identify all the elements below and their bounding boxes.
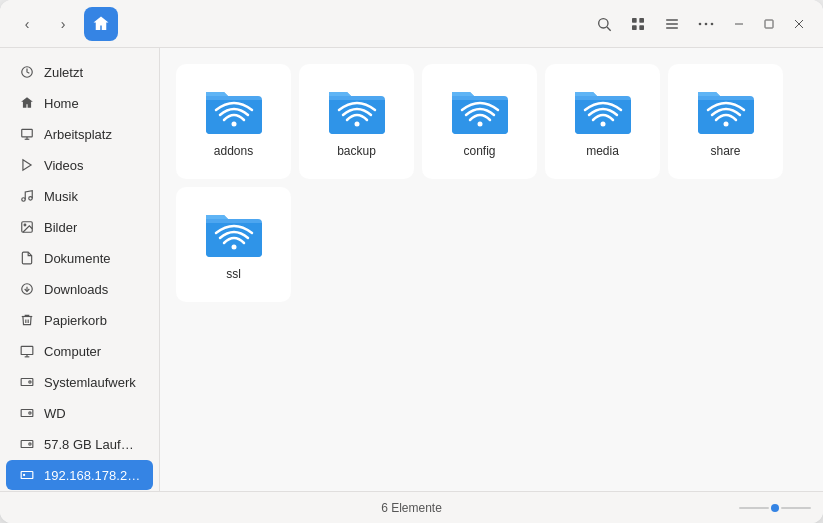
share-folder-icon <box>694 86 758 138</box>
svg-point-37 <box>24 474 25 475</box>
dokumente-icon <box>18 249 36 267</box>
svg-point-9 <box>699 22 702 25</box>
close-icon <box>793 18 805 30</box>
svg-rect-5 <box>639 25 644 30</box>
titlebar-left: ‹ › <box>12 7 118 41</box>
zoom-line <box>739 507 769 509</box>
file-item-backup[interactable]: backup <box>299 64 414 179</box>
ssl-name: ssl <box>226 267 241 281</box>
minimize-button[interactable] <box>727 12 751 36</box>
back-button[interactable]: ‹ <box>12 9 42 39</box>
zuletzt-icon <box>18 63 36 81</box>
svg-point-41 <box>354 121 359 126</box>
svg-rect-6 <box>666 19 678 20</box>
svg-rect-17 <box>22 129 33 137</box>
zuletzt-label: Zuletzt <box>44 65 83 80</box>
item-count: 6 Elemente <box>381 501 442 515</box>
sidebar-item-dokumente[interactable]: Dokumente <box>6 243 153 273</box>
grid-view-button[interactable] <box>623 9 653 39</box>
backup-name: backup <box>337 144 376 158</box>
file-item-config[interactable]: config <box>422 64 537 179</box>
svg-point-42 <box>477 121 482 126</box>
close-button[interactable] <box>787 12 811 36</box>
home-icon <box>92 15 110 33</box>
addons-folder-icon <box>202 86 266 138</box>
sidebar-item-wd[interactable]: WD <box>6 398 153 428</box>
file-item-ssl[interactable]: ssl <box>176 187 291 302</box>
systemlaufwerk-icon <box>18 373 36 391</box>
minimize-icon <box>733 18 745 30</box>
main-layout: ZuletztHomeArbeitsplatzVideosMusikBilder… <box>0 48 823 491</box>
maximize-button[interactable] <box>757 12 781 36</box>
papierkorb-label: Papierkorb <box>44 313 107 328</box>
media-folder-icon <box>571 86 635 138</box>
papierkorb-icon <box>18 311 36 329</box>
sidebar-item-papierkorb[interactable]: Papierkorb <box>6 305 153 335</box>
titlebar-right <box>589 9 811 39</box>
file-item-addons[interactable]: addons <box>176 64 291 179</box>
musik-label: Musik <box>44 189 78 204</box>
sidebar-item-arbeitsplatz[interactable]: Arbeitsplatz <box>6 119 153 149</box>
bilder-label: Bilder <box>44 220 77 235</box>
downloads-label: Downloads <box>44 282 108 297</box>
home-button[interactable] <box>84 7 118 41</box>
svg-rect-36 <box>21 472 33 479</box>
home-label: Home <box>44 96 79 111</box>
svg-point-35 <box>29 443 31 445</box>
sidebar-item-nas[interactable]: 192.168.178.205 <box>6 460 153 490</box>
videos-label: Videos <box>44 158 84 173</box>
config-name: config <box>463 144 495 158</box>
svg-rect-3 <box>639 18 644 23</box>
list-view-button[interactable] <box>657 9 687 39</box>
main-window: ‹ › <box>0 0 823 523</box>
zoom-handle[interactable] <box>771 504 779 512</box>
sidebar: ZuletztHomeArbeitsplatzVideosMusikBilder… <box>0 48 160 491</box>
wd-icon <box>18 404 36 422</box>
media-name: media <box>586 144 619 158</box>
wd-label: WD <box>44 406 66 421</box>
svg-marker-20 <box>23 160 31 171</box>
more-button[interactable] <box>691 9 721 39</box>
svg-rect-4 <box>632 25 637 30</box>
videos-icon <box>18 156 36 174</box>
svg-point-40 <box>231 121 236 126</box>
sidebar-item-bilder[interactable]: Bilder <box>6 212 153 242</box>
svg-point-24 <box>24 224 26 226</box>
backup-folder-icon <box>325 86 389 138</box>
svg-point-43 <box>600 121 605 126</box>
sidebar-item-downloads[interactable]: Downloads <box>6 274 153 304</box>
dokumente-label: Dokumente <box>44 251 110 266</box>
computer-label: Computer <box>44 344 101 359</box>
forward-button[interactable]: › <box>48 9 78 39</box>
home-icon <box>18 94 36 112</box>
svg-line-1 <box>607 27 611 31</box>
sidebar-item-computer[interactable]: Computer <box>6 336 153 366</box>
nas-icon <box>18 466 36 484</box>
systemlaufwerk-label: Systemlaufwerk <box>44 375 136 390</box>
search-icon <box>596 16 612 32</box>
sidebar-item-musik[interactable]: Musik <box>6 181 153 211</box>
grid-icon <box>630 16 646 32</box>
zoom-controls <box>739 504 811 512</box>
laufwerk-label: 57.8 GB Laufwerk <box>44 437 141 452</box>
sidebar-item-zuletzt[interactable]: Zuletzt <box>6 57 153 87</box>
nas-label: 192.168.178.205 <box>44 468 141 483</box>
search-button[interactable] <box>589 9 619 39</box>
svg-rect-13 <box>765 20 773 28</box>
sidebar-item-laufwerk[interactable]: 57.8 GB Laufwerk <box>6 429 153 459</box>
more-icon <box>698 22 714 26</box>
svg-point-31 <box>29 381 31 383</box>
svg-point-21 <box>22 198 26 202</box>
svg-point-45 <box>231 244 236 249</box>
sidebar-item-home[interactable]: Home <box>6 88 153 118</box>
file-item-share[interactable]: share <box>668 64 783 179</box>
sidebar-item-systemlaufwerk[interactable]: Systemlaufwerk <box>6 367 153 397</box>
svg-rect-27 <box>21 346 33 354</box>
file-item-media[interactable]: media <box>545 64 660 179</box>
content-area: addons backup config <box>160 48 823 491</box>
sidebar-item-videos[interactable]: Videos <box>6 150 153 180</box>
svg-point-44 <box>723 121 728 126</box>
computer-icon <box>18 342 36 360</box>
statusbar: 6 Elemente <box>0 491 823 523</box>
svg-point-10 <box>705 22 708 25</box>
